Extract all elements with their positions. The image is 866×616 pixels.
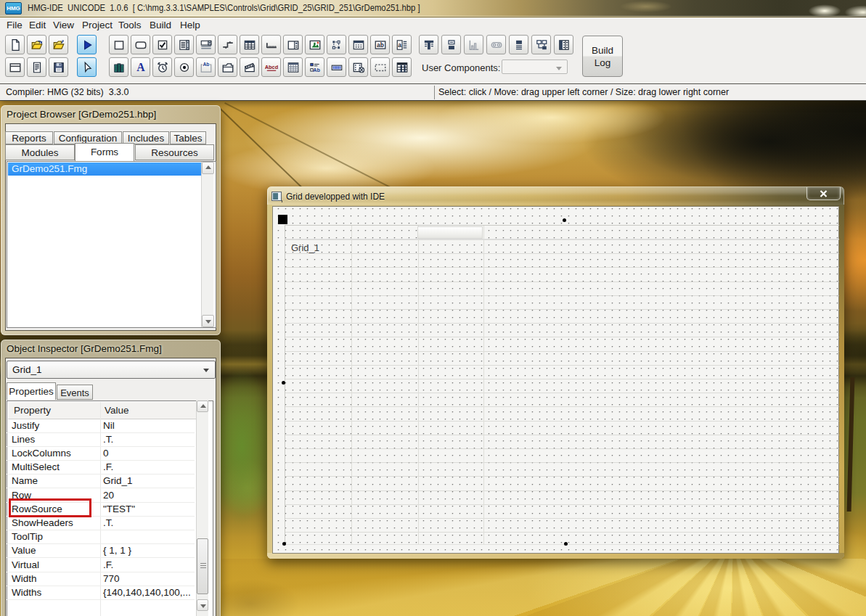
svg-text:Ab: Ab [313, 67, 320, 73]
svg-text:Ab: Ab [203, 61, 209, 66]
svg-text:A: A [136, 61, 145, 73]
svg-text:Abcd: Abcd [265, 64, 278, 70]
svg-text:a: a [398, 41, 401, 48]
svg-text:ab: ab [377, 41, 384, 49]
